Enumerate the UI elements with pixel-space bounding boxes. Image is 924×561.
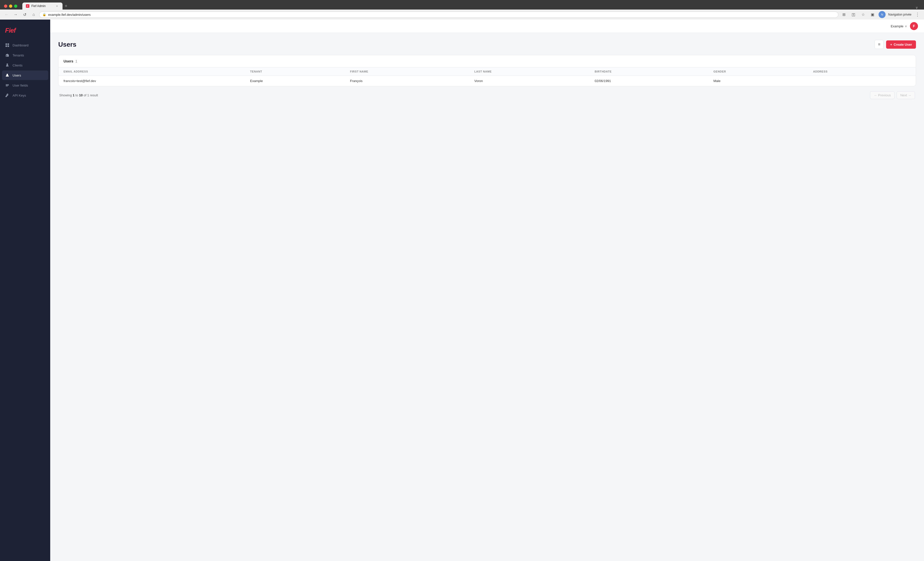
sidebar-nav: Dashboard Tenants Clients <box>0 40 50 100</box>
col-last-name: LAST NAME <box>469 67 590 76</box>
cell-last-name: Voron <box>469 76 590 86</box>
page-header: Users ≡ + Create User <box>58 40 916 49</box>
bookmark-icon[interactable]: ☆ <box>860 11 867 18</box>
minimize-window-button[interactable] <box>9 4 12 8</box>
browser-tab[interactable]: F Fief Admin × <box>22 3 63 9</box>
svg-rect-1 <box>8 43 9 45</box>
col-tenant: TENANT <box>245 67 345 76</box>
table-body: francois+test@fief.dev Example François … <box>58 76 916 86</box>
col-birthdate: BIRTHDATE <box>590 67 708 76</box>
sidebar-item-label: Tenants <box>12 54 24 57</box>
users-table: EMAIL ADDRESS TENANT FIRST NAME LAST NAM… <box>58 67 916 86</box>
col-first-name: FIRST NAME <box>345 67 469 76</box>
key-icon[interactable]: ⚿ <box>850 11 857 18</box>
sidebar-item-api-keys[interactable]: API Keys <box>2 91 48 100</box>
sidebar-toggle-icon[interactable]: ▣ <box>869 11 876 18</box>
api-keys-icon <box>5 93 9 97</box>
page-body: Users ≡ + Create User Users 1 <box>50 33 924 561</box>
browser-chrome: F Fief Admin × + ∨ ← → ↺ ⌂ 🔒 example.fie… <box>0 0 924 19</box>
reload-button[interactable]: ↺ <box>21 11 28 18</box>
col-address: ADDRESS <box>808 67 916 76</box>
create-user-label: Create User <box>894 43 912 46</box>
pagination-row: Showing 1 to 10 of 1 result ← Previous N… <box>58 91 916 99</box>
topbar: Example ∨ F <box>50 19 924 33</box>
main-content: Example ∨ F Users ≡ + Create User <box>50 19 924 561</box>
chevron-down-icon: ∨ <box>905 25 907 28</box>
svg-rect-0 <box>6 43 7 45</box>
traffic-lights <box>4 4 17 8</box>
total-result: of 1 result <box>84 93 98 97</box>
sidebar-item-dashboard[interactable]: Dashboard <box>2 40 48 50</box>
extensions-icon[interactable]: ⊞ <box>840 11 848 18</box>
next-button[interactable]: Next → <box>897 91 915 99</box>
range-start: 1 <box>73 93 75 97</box>
dashboard-icon <box>5 43 9 48</box>
previous-button[interactable]: ← Previous <box>870 91 894 99</box>
sidebar-item-tenants[interactable]: Tenants <box>2 51 48 60</box>
sidebar-item-label: Dashboard <box>12 43 28 47</box>
sidebar: Fief Dashboard <box>0 19 50 561</box>
back-button[interactable]: ← <box>3 11 10 18</box>
header-actions: ≡ + Create User <box>874 40 916 49</box>
browser-toolbar: ← → ↺ ⌂ 🔒 example.fief.dev/admin/users ⊞… <box>0 9 924 19</box>
browser-toolbar-right: ⊞ ⚿ ☆ ▣ N Navigation privée ⋮ <box>840 11 921 18</box>
showing-prefix: Showing <box>59 93 72 97</box>
sidebar-item-label: Clients <box>12 63 22 67</box>
forward-button[interactable]: → <box>12 11 19 18</box>
maximize-window-button[interactable] <box>14 4 17 8</box>
sidebar-item-clients[interactable]: Clients <box>2 60 48 70</box>
table-header: EMAIL ADDRESS TENANT FIRST NAME LAST NAM… <box>58 67 916 76</box>
col-gender: GENDER <box>708 67 808 76</box>
close-window-button[interactable] <box>4 4 7 8</box>
create-user-button[interactable]: + Create User <box>886 40 916 49</box>
table-row[interactable]: francois+test@fief.dev Example François … <box>58 76 916 86</box>
logo-text: Fief <box>5 27 16 34</box>
plus-icon: + <box>890 43 892 46</box>
tab-bar: F Fief Admin × + ∨ <box>22 3 920 9</box>
user-avatar[interactable]: F <box>910 22 918 30</box>
page-title: Users <box>58 40 76 48</box>
home-button[interactable]: ⌂ <box>30 11 37 18</box>
browser-profile-icon[interactable]: N <box>879 11 886 18</box>
browser-menu-button[interactable]: ⋮ <box>914 11 921 18</box>
users-table-card: Users 1 EMAIL ADDRESS TENANT FIRST NAME … <box>58 55 916 86</box>
range-end: 10 <box>79 93 82 97</box>
user-fields-icon <box>5 83 9 88</box>
private-label: Navigation privée <box>888 13 912 16</box>
tab-expand-button[interactable]: ∨ <box>914 6 920 9</box>
sidebar-item-label: Users <box>12 73 21 77</box>
tenants-icon <box>5 53 9 57</box>
cell-email: francois+test@fief.dev <box>58 76 245 86</box>
users-icon <box>5 73 9 78</box>
address-bar[interactable]: 🔒 example.fief.dev/admin/users <box>39 12 838 18</box>
table-card-title: Users <box>63 59 74 63</box>
svg-rect-2 <box>6 45 7 47</box>
list-view-icon: ≡ <box>878 42 880 47</box>
sidebar-item-label: User fields <box>12 84 28 87</box>
col-email: EMAIL ADDRESS <box>58 67 245 76</box>
table-card-header: Users 1 <box>58 55 916 67</box>
cell-address <box>808 76 916 86</box>
tab-title: Fief Admin <box>32 4 53 8</box>
lock-icon: 🔒 <box>42 13 46 16</box>
browser-titlebar: F Fief Admin × + ∨ <box>0 0 924 9</box>
cell-tenant: Example <box>245 76 345 86</box>
sidebar-item-users[interactable]: Users <box>2 70 48 80</box>
tenant-name: Example <box>891 24 903 28</box>
app-container: Fief Dashboard <box>0 19 924 561</box>
tenant-selector[interactable]: Example ∨ <box>891 24 907 28</box>
sidebar-item-label: API Keys <box>12 94 26 97</box>
cell-birthdate: 02/06/1991 <box>590 76 708 86</box>
svg-rect-3 <box>8 45 9 47</box>
list-view-button[interactable]: ≡ <box>874 40 884 49</box>
address-text: example.fief.dev/admin/users <box>48 13 835 16</box>
clients-icon <box>5 63 9 67</box>
cell-first-name: François <box>345 76 469 86</box>
showing-text: Showing 1 to 10 of 1 result <box>59 93 98 97</box>
tab-close-button[interactable]: × <box>55 4 59 8</box>
cell-gender: Male <box>708 76 808 86</box>
sidebar-item-user-fields[interactable]: User fields <box>2 81 48 90</box>
table-count: 1 <box>75 59 77 63</box>
pagination-buttons: ← Previous Next → <box>870 91 915 99</box>
new-tab-button[interactable]: + <box>63 3 69 9</box>
